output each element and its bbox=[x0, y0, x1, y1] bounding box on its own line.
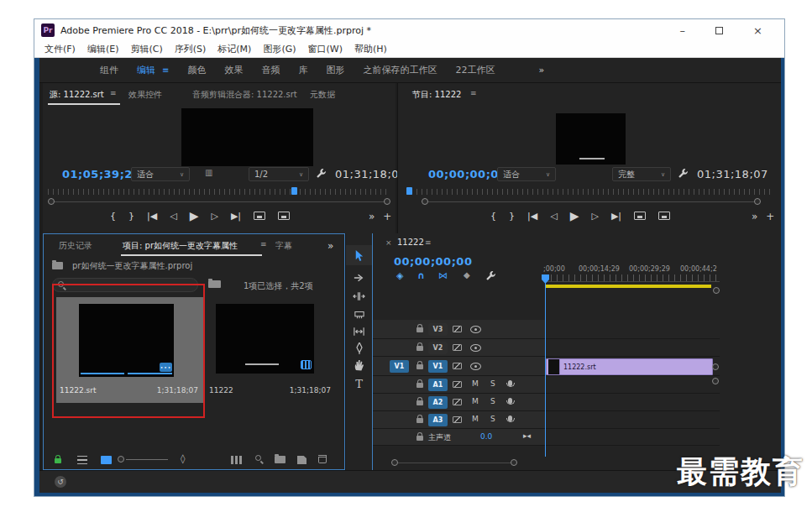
source-scroll-handle-right[interactable] bbox=[384, 198, 390, 205]
program-scroll-handle-right[interactable] bbox=[754, 198, 761, 205]
source-panel-menu-icon[interactable]: ≡ bbox=[110, 89, 117, 97]
insert-button[interactable] bbox=[254, 212, 265, 220]
menu-graphics[interactable]: 图形(G) bbox=[263, 43, 296, 55]
track-target-a2[interactable]: A2 bbox=[428, 396, 448, 409]
timeline-timecode[interactable]: 00;00;00;00 bbox=[394, 255, 472, 268]
filter-bin-icon[interactable] bbox=[208, 280, 221, 288]
monitor-settings-icon[interactable]: ▥ bbox=[205, 168, 212, 177]
more-buttons-icon[interactable]: » bbox=[752, 211, 757, 222]
program-scroll-handle-left[interactable] bbox=[422, 198, 428, 205]
program-playhead[interactable] bbox=[406, 187, 412, 195]
go-to-in-button[interactable]: |◀ bbox=[147, 211, 157, 222]
hand-tool[interactable] bbox=[346, 358, 372, 373]
workspace-overflow-icon[interactable]: » bbox=[538, 65, 544, 76]
source-playhead[interactable] bbox=[291, 187, 297, 195]
go-to-out-button[interactable]: ▶| bbox=[611, 211, 621, 222]
workspace-tab-effects[interactable]: 效果 bbox=[224, 64, 243, 76]
sync-lock-icon[interactable] bbox=[453, 326, 462, 332]
timeline-h-scrollbar[interactable] bbox=[398, 463, 514, 463]
slip-tool[interactable] bbox=[346, 324, 372, 339]
track-target-v3[interactable]: V3 bbox=[428, 323, 448, 336]
add-button-icon[interactable]: + bbox=[766, 211, 774, 222]
mute-button[interactable]: M bbox=[472, 415, 479, 423]
cc-sync-status-icon[interactable]: ↺ bbox=[55, 476, 66, 488]
snap-icon[interactable]: ∩ bbox=[417, 270, 425, 281]
voiceover-mic-icon[interactable] bbox=[508, 380, 512, 386]
source-scrollbar[interactable] bbox=[53, 201, 387, 202]
extract-button[interactable] bbox=[658, 212, 670, 220]
work-area-bar[interactable] bbox=[545, 285, 711, 288]
selection-tool[interactable] bbox=[346, 245, 372, 265]
solo-button[interactable]: S bbox=[490, 415, 495, 423]
add-button-icon[interactable]: + bbox=[383, 211, 391, 222]
workspace-tab-assembly[interactable]: 组件 bbox=[100, 64, 118, 76]
play-button[interactable]: ▶ bbox=[570, 209, 579, 222]
program-zoom-select[interactable]: 适合 ∨ bbox=[497, 167, 556, 181]
new-bin-button[interactable] bbox=[275, 456, 286, 463]
program-timecode[interactable]: 00;00;00;00 bbox=[428, 168, 506, 180]
fit-meter-icon[interactable]: ▸◂ bbox=[523, 431, 531, 440]
add-marker-icon[interactable]: ◆ bbox=[464, 270, 470, 280]
nest-toggle-icon[interactable]: ◈ bbox=[396, 270, 403, 281]
h-scroll-handle-right[interactable] bbox=[511, 459, 517, 466]
item-name[interactable]: 11222 bbox=[209, 386, 233, 395]
play-button[interactable]: ▶ bbox=[190, 209, 199, 222]
tab-source[interactable]: 源: 11222.srt bbox=[50, 89, 104, 101]
more-buttons-icon[interactable]: » bbox=[369, 211, 375, 222]
icon-view-button[interactable] bbox=[101, 456, 112, 464]
source-timecode[interactable]: 01;05;39;28 bbox=[62, 168, 140, 180]
ripple-edit-tool[interactable] bbox=[346, 289, 372, 304]
program-resolution-select[interactable]: 完整 ∨ bbox=[612, 167, 671, 181]
project-item[interactable]: 11222 1;31;18;07 bbox=[206, 297, 344, 403]
delete-button[interactable] bbox=[318, 455, 327, 463]
source-resolution-select[interactable]: 1/2 ∨ bbox=[249, 167, 309, 181]
sync-lock-icon[interactable] bbox=[453, 363, 462, 369]
tab-project[interactable]: 项目: pr如何统一更改字幕属性 bbox=[123, 240, 238, 252]
workspace-tab-color[interactable]: 颜色 bbox=[187, 64, 206, 76]
find-button[interactable] bbox=[255, 455, 261, 461]
close-button[interactable]: × bbox=[753, 24, 762, 37]
track-lock-icon[interactable] bbox=[416, 418, 423, 423]
vertical-scroll-handle[interactable] bbox=[712, 378, 719, 384]
close-tab-icon[interactable]: × bbox=[385, 238, 392, 247]
menu-markers[interactable]: 标记(M) bbox=[217, 43, 251, 55]
solo-button[interactable]: S bbox=[490, 379, 495, 388]
step-back-button[interactable]: ◁ bbox=[550, 211, 557, 222]
linked-selection-icon[interactable]: ⋈ bbox=[438, 270, 448, 281]
tab-history[interactable]: 历史记录 bbox=[59, 240, 92, 252]
overwrite-button[interactable] bbox=[278, 212, 290, 220]
toggle-track-output-icon[interactable] bbox=[470, 344, 481, 352]
toggle-track-output-icon[interactable] bbox=[470, 363, 481, 370]
menu-window[interactable]: 窗口(W) bbox=[308, 43, 343, 55]
zoom-slider[interactable] bbox=[126, 459, 168, 460]
tab-metadata[interactable]: 元数据 bbox=[310, 89, 335, 101]
step-back-button[interactable]: ◁ bbox=[170, 211, 176, 222]
timeline-tab[interactable]: 11222 bbox=[397, 238, 424, 247]
tab-effect-controls[interactable]: 效果控件 bbox=[128, 89, 162, 101]
source-scroll-handle-left[interactable] bbox=[48, 198, 55, 205]
mark-in-button[interactable]: { bbox=[110, 211, 116, 222]
timeline-ruler[interactable] bbox=[545, 274, 720, 282]
mark-out-button[interactable]: } bbox=[509, 211, 515, 222]
automate-to-sequence-button[interactable] bbox=[231, 456, 244, 464]
new-item-button[interactable] bbox=[297, 456, 306, 464]
track-lock-icon[interactable] bbox=[416, 346, 423, 351]
workspace-tab-editing[interactable]: 编辑 bbox=[137, 64, 155, 76]
sync-lock-icon[interactable] bbox=[453, 416, 462, 423]
mark-in-button[interactable]: { bbox=[490, 211, 496, 222]
workspace-menu-icon[interactable]: ≡ bbox=[162, 65, 169, 75]
go-to-out-button[interactable]: ▶| bbox=[231, 211, 241, 222]
zoom-slider-handle[interactable] bbox=[118, 456, 124, 463]
track-select-forward-tool[interactable] bbox=[346, 270, 372, 285]
track-lock-icon[interactable] bbox=[416, 400, 423, 405]
tab-captions[interactable]: 字幕 bbox=[275, 240, 292, 252]
list-view-button[interactable] bbox=[77, 456, 87, 464]
workspace-tab-graphics[interactable]: 图形 bbox=[326, 64, 344, 76]
lift-button[interactable] bbox=[634, 212, 646, 220]
track-lock-icon[interactable] bbox=[416, 383, 423, 388]
mute-button[interactable]: M bbox=[472, 379, 479, 388]
source-patch-v1[interactable]: V1 bbox=[390, 360, 409, 373]
mute-button[interactable]: M bbox=[472, 397, 479, 405]
project-writable-lock-icon[interactable] bbox=[55, 458, 61, 463]
menu-sequence[interactable]: 序列(S) bbox=[175, 43, 207, 55]
